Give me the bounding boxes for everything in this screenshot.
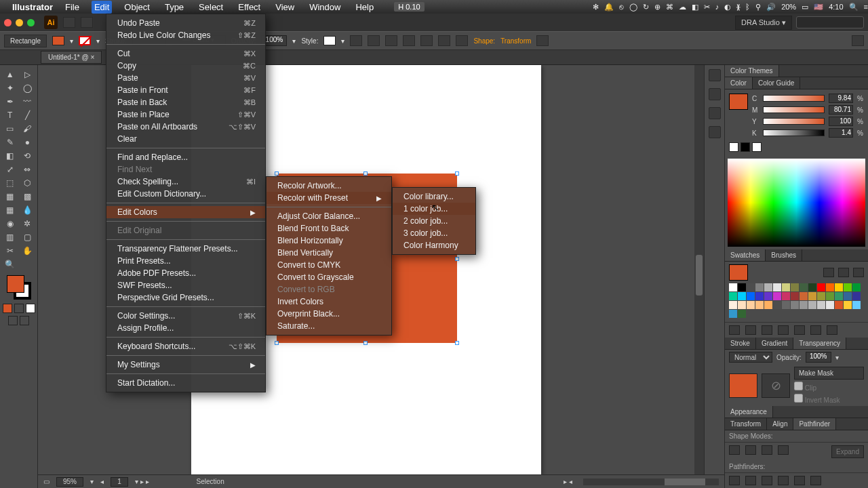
menu-item[interactable]: Paste in Front⌘F	[106, 84, 265, 96]
menu-object[interactable]: Object	[121, 1, 153, 14]
blend-tool[interactable]: ◉	[1, 217, 19, 230]
notif-icon[interactable]: ≡	[864, 3, 868, 11]
swatch[interactable]	[852, 283, 861, 291]
menu-item[interactable]: Keyboard Shortcuts...⌥⇧⌘K	[106, 340, 265, 352]
menu-type[interactable]: Type	[162, 1, 186, 14]
bridge-icon[interactable]	[63, 17, 75, 28]
menu-item[interactable]: Saturate...	[267, 320, 391, 332]
menu-item[interactable]: Blend Vertically	[267, 247, 391, 259]
m-value[interactable]: 80.71	[829, 105, 853, 115]
tray-icon[interactable]: ↻	[643, 3, 649, 12]
selection-tool[interactable]: ▲	[1, 68, 19, 81]
color-spectrum[interactable]	[728, 159, 865, 247]
tab-swatches[interactable]: Swatches	[725, 249, 766, 261]
swatch[interactable]	[782, 292, 790, 300]
style-swatch[interactable]	[323, 36, 336, 45]
tray-icon[interactable]: ◐	[724, 3, 731, 12]
menu-item[interactable]: Paste in Back⌘B	[106, 96, 265, 108]
swatch[interactable]	[808, 301, 816, 309]
close-button[interactable]	[4, 19, 12, 26]
swatch[interactable]	[755, 283, 764, 291]
tray-icon[interactable]: ✂	[704, 3, 710, 12]
zoom-button[interactable]	[27, 19, 35, 26]
rotate-tool[interactable]: ⟲	[19, 149, 37, 163]
menu-item[interactable]: 2 color job...	[393, 215, 475, 227]
swatch-view-icon[interactable]	[823, 268, 834, 277]
gradient-mode-icon[interactable]	[14, 304, 24, 313]
menu-item[interactable]: Clear	[106, 133, 265, 145]
menu-item[interactable]: Color library...	[393, 190, 475, 203]
swatch[interactable]	[835, 301, 843, 309]
line-tool[interactable]: ╱	[19, 108, 37, 122]
align-icon[interactable]	[420, 35, 433, 46]
menu-item[interactable]: Recolor with Preset▶	[267, 192, 391, 204]
swatch[interactable]	[817, 301, 825, 309]
document-tab[interactable]: Untitled-1* @ ×	[41, 51, 102, 64]
pencil-tool[interactable]: ✎	[1, 136, 19, 149]
brush-tool[interactable]: 🖌	[19, 122, 37, 136]
tab-pathfinder[interactable]: Pathfinder	[793, 418, 836, 430]
dock-icon[interactable]	[709, 69, 721, 81]
menu-item[interactable]: Paste in Place⇧⌘V	[106, 108, 265, 121]
menu-item[interactable]: Perspective Grid Presets...	[106, 291, 265, 304]
mesh-tool[interactable]: ▩	[19, 190, 37, 203]
stroke-swatch[interactable]	[79, 36, 91, 45]
minimize-button[interactable]	[16, 19, 23, 26]
curvature-tool[interactable]: 〰	[19, 95, 37, 108]
symbol-sprayer-tool[interactable]: ✲	[19, 217, 37, 230]
screen-mode-icon[interactable]	[8, 316, 18, 325]
shape-label[interactable]: Shape:	[473, 37, 495, 45]
y-value[interactable]: 100	[829, 117, 853, 126]
menu-item[interactable]: 3 color job...	[393, 227, 475, 239]
swatch[interactable]	[782, 283, 790, 291]
current-swatch[interactable]	[729, 264, 748, 281]
menu-window[interactable]: Window	[307, 1, 343, 14]
make-mask-button[interactable]: Make Mask	[794, 367, 864, 380]
menu-item[interactable]: Adjust Color Balance...	[267, 210, 391, 222]
swatch[interactable]	[738, 301, 746, 309]
menu-item[interactable]: Edit Custom Dictionary...	[106, 188, 265, 200]
lasso-tool[interactable]: ◯	[19, 81, 37, 95]
swatch[interactable]	[852, 301, 861, 309]
minus-front-icon[interactable]	[745, 445, 756, 455]
scale-tool[interactable]: ⤢	[1, 163, 19, 176]
menu-item[interactable]: SWF Presets...	[106, 279, 265, 291]
dock-icon[interactable]	[709, 88, 721, 100]
fill-swatch[interactable]	[52, 36, 64, 45]
swatch[interactable]	[791, 283, 799, 291]
transform-link[interactable]: Transform	[500, 37, 531, 45]
swatch[interactable]	[852, 292, 861, 300]
shape-builder-tool[interactable]: ⬡	[19, 176, 37, 190]
swatch[interactable]	[764, 292, 772, 300]
swatch[interactable]	[747, 292, 755, 300]
swatch[interactable]	[835, 292, 843, 300]
swatch[interactable]	[800, 301, 808, 309]
volume-icon[interactable]: 🔊	[766, 3, 776, 12]
menu-item[interactable]: Print Presets...	[106, 255, 265, 267]
tab-color-guide[interactable]: Color Guide	[753, 77, 800, 89]
direct-selection-tool[interactable]: ▷	[19, 68, 37, 81]
menu-item[interactable]: 1 color job...	[393, 203, 475, 215]
swatch[interactable]	[791, 292, 799, 300]
swatch[interactable]	[826, 292, 834, 300]
arrange-icon[interactable]	[81, 17, 93, 28]
align-icon[interactable]	[456, 35, 468, 46]
menu-item[interactable]: Blend Front to Back	[267, 222, 391, 235]
tab-color-themes[interactable]: Color Themes	[725, 65, 779, 77]
recolor-icon[interactable]	[350, 35, 362, 46]
gradient-tool[interactable]: ▦	[1, 203, 19, 217]
tray-icon[interactable]: ᚕ	[736, 3, 740, 12]
type-tool[interactable]: T	[1, 108, 19, 122]
workspace-switcher[interactable]: DRA Studio ▾	[735, 16, 792, 30]
c-value[interactable]: 9.84	[829, 94, 853, 103]
swatch[interactable]	[791, 301, 799, 309]
tab-transform[interactable]: Transform	[725, 418, 767, 430]
swatch[interactable]	[808, 283, 816, 291]
swatch-view-icon[interactable]	[838, 268, 849, 277]
color-fill-swatch[interactable]	[729, 94, 748, 110]
k-value[interactable]: 1.4	[829, 128, 853, 138]
none-swatch[interactable]	[729, 142, 738, 152]
menu-item[interactable]: Start Dictation...	[106, 377, 265, 389]
zoom-input[interactable]: 95%	[56, 477, 83, 487]
swatch[interactable]	[764, 301, 772, 309]
